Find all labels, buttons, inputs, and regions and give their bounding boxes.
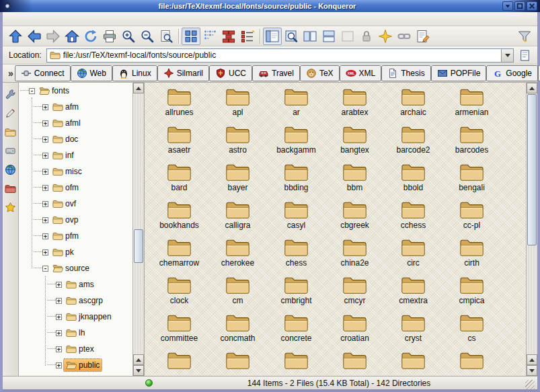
toolbar-button-view-filter[interactable]: [515, 28, 534, 45]
tree-expander[interactable]: +: [56, 330, 62, 336]
folder-item[interactable]: arabtex: [325, 87, 384, 124]
folder-item[interactable]: [384, 350, 442, 376]
toolbar-button-zoom-out[interactable]: [138, 28, 157, 45]
tree-item-body[interactable]: inf: [50, 149, 76, 161]
bookmark-item[interactable]: UCC: [209, 65, 252, 81]
toolbar-button-find-in-page[interactable]: [282, 28, 301, 45]
tree-item-body[interactable]: source: [50, 262, 91, 274]
sidebar-tab-services[interactable]: [4, 87, 17, 101]
tree-expander[interactable]: +: [56, 298, 62, 304]
folder-item[interactable]: cc-pl: [442, 200, 501, 237]
folder-item[interactable]: [208, 350, 267, 376]
menu-item[interactable]: [50, 18, 61, 19]
folder-item[interactable]: cherokee: [208, 237, 267, 275]
tree-scroll-track[interactable]: [133, 93, 144, 354]
toolbar-button-tree-view[interactable]: [219, 28, 238, 45]
tree-expander[interactable]: -: [42, 266, 48, 272]
toolbar-button-lock-view[interactable]: [357, 28, 376, 45]
folder-item[interactable]: circ: [384, 237, 442, 275]
tree-item[interactable]: + ovp: [19, 212, 132, 228]
maximize-button[interactable]: [514, 1, 525, 11]
bookmark-item[interactable]: G Google: [486, 65, 538, 81]
tree-item[interactable]: + pfm: [19, 228, 132, 244]
folder-item[interactable]: cryst: [384, 313, 442, 350]
tree-item-body[interactable]: public: [64, 359, 102, 371]
tree-item-body[interactable]: ptex: [64, 343, 96, 355]
folder-item[interactable]: croatian: [325, 313, 384, 350]
tree-expander[interactable]: +: [42, 185, 48, 191]
tree-item[interactable]: - source: [19, 260, 132, 276]
tree-expander[interactable]: +: [56, 282, 62, 288]
tree-expander[interactable]: +: [42, 120, 48, 126]
menu-item[interactable]: [93, 18, 104, 19]
menu-item[interactable]: [71, 18, 82, 19]
folder-item[interactable]: apl: [208, 87, 267, 124]
bookmark-item[interactable]: Silmaril: [157, 65, 209, 81]
tree-item[interactable]: + ams: [19, 276, 132, 292]
folder-item[interactable]: cmcyr: [325, 275, 384, 313]
view-scroll-track[interactable]: [527, 93, 537, 354]
tree-expander[interactable]: +: [56, 346, 62, 352]
folder-item[interactable]: cbgreek: [325, 200, 384, 237]
toolbar-button-forward[interactable]: [44, 28, 63, 45]
bookmark-overflow-chevron[interactable]: »: [7, 68, 15, 79]
folder-item[interactable]: china2e: [325, 237, 384, 275]
tree-item[interactable]: - fonts: [19, 83, 132, 99]
folder-item[interactable]: concmath: [208, 313, 267, 350]
folder-item[interactable]: committee: [150, 313, 208, 350]
bookmark-item[interactable]: Travel: [252, 65, 300, 81]
toolbar-button-up[interactable]: [6, 28, 25, 45]
tree-item-body[interactable]: ovf: [50, 198, 78, 210]
folder-item[interactable]: cm: [208, 275, 267, 313]
tree-item-body[interactable]: lh: [64, 327, 87, 339]
folder-item[interactable]: [150, 350, 208, 376]
toolbar-button-show-navigation-panel[interactable]: [263, 28, 282, 45]
toolbar-button-remove-active-view[interactable]: [338, 28, 357, 45]
folder-item[interactable]: concrete: [267, 313, 325, 350]
folder-item[interactable]: casyl: [267, 200, 325, 237]
folder-item[interactable]: cs: [442, 313, 501, 350]
menu-item[interactable]: [39, 18, 50, 19]
tree-expander[interactable]: +: [42, 153, 48, 159]
bookmark-item[interactable]: Connect: [15, 65, 71, 81]
tree-item[interactable]: + ovf: [19, 196, 132, 212]
toolbar-button-link-view[interactable]: [395, 28, 414, 45]
folder-item[interactable]: bayer: [208, 162, 267, 200]
tree-item-body[interactable]: jknappen: [64, 311, 114, 323]
toolbar-button-zoom-in[interactable]: [119, 28, 138, 45]
folder-item[interactable]: armenian: [442, 87, 501, 124]
folder-item[interactable]: bengali: [442, 162, 501, 200]
folder-item[interactable]: bangtex: [325, 124, 384, 162]
folder-item[interactable]: bookhands: [150, 200, 208, 237]
tree-item-body[interactable]: pk: [50, 246, 76, 258]
folder-item[interactable]: [442, 350, 501, 376]
folder-item[interactable]: cmpica: [442, 275, 501, 313]
tree-item[interactable]: + doc: [19, 131, 132, 147]
sidebar-tab-bookmarks[interactable]: [4, 200, 17, 214]
tree-item[interactable]: + inf: [19, 147, 132, 163]
view-scroll-down-button[interactable]: [527, 365, 537, 376]
folder-item[interactable]: bard: [150, 162, 208, 200]
bookmark-item[interactable]: TeX: [300, 65, 340, 81]
folder-item[interactable]: asaetr: [150, 124, 208, 162]
tree-scroll-down-button[interactable]: [133, 365, 144, 376]
folder-item[interactable]: [325, 350, 384, 376]
tree-item-body[interactable]: doc: [50, 133, 80, 145]
tree-item[interactable]: + ofm: [19, 180, 132, 196]
folder-item[interactable]: calligra: [208, 200, 267, 237]
folder-item[interactable]: chemarrow: [150, 237, 208, 275]
tree-expander[interactable]: +: [42, 104, 48, 110]
folder-item[interactable]: bbold: [384, 162, 442, 200]
folder-item[interactable]: cmbright: [267, 275, 325, 313]
folder-item[interactable]: archaic: [384, 87, 442, 124]
sidebar-tab-history[interactable]: [4, 106, 17, 120]
tree-item-body[interactable]: ams: [64, 278, 96, 290]
menu-item[interactable]: [28, 18, 39, 19]
tree-expander[interactable]: +: [56, 362, 62, 368]
folder-item[interactable]: cchess: [384, 200, 442, 237]
tree-item-body[interactable]: ascgrp: [64, 295, 105, 307]
folder-item[interactable]: cmextra: [384, 275, 442, 313]
toolbar-button-back[interactable]: [25, 28, 44, 45]
bookmark-item[interactable]: Web: [71, 65, 112, 81]
tree-scroll-thumb[interactable]: [134, 229, 143, 263]
